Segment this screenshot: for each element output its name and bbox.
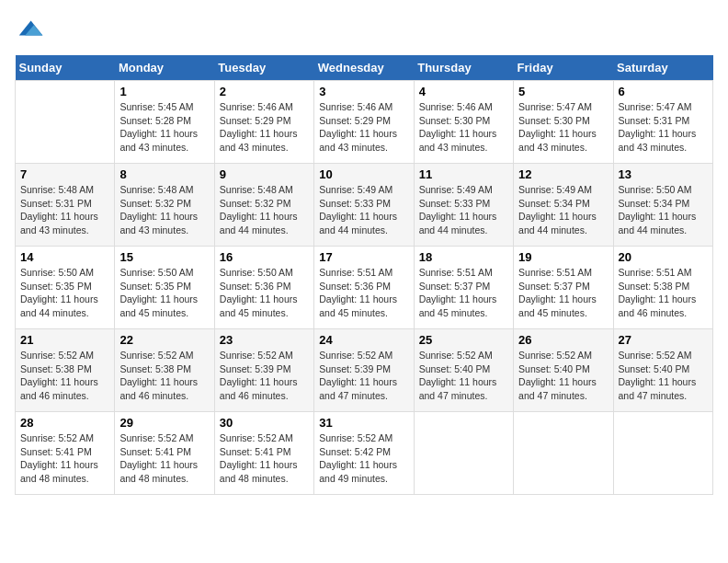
- day-number: 22: [119, 333, 209, 347]
- week-row-5: 28Sunrise: 5:52 AM Sunset: 5:41 PM Dayli…: [16, 412, 713, 495]
- day-number: 15: [119, 250, 209, 264]
- day-cell: 22Sunrise: 5:52 AM Sunset: 5:38 PM Dayli…: [115, 329, 214, 412]
- day-cell: 23Sunrise: 5:52 AM Sunset: 5:39 PM Dayli…: [214, 329, 313, 412]
- day-number: 25: [419, 333, 508, 347]
- day-cell: 18Sunrise: 5:51 AM Sunset: 5:37 PM Dayli…: [414, 247, 513, 329]
- day-info: Sunrise: 5:51 AM Sunset: 5:37 PM Dayligh…: [518, 266, 608, 320]
- day-cell: 31Sunrise: 5:52 AM Sunset: 5:42 PM Dayli…: [314, 412, 414, 495]
- day-cell: 17Sunrise: 5:51 AM Sunset: 5:36 PM Dayli…: [314, 247, 414, 329]
- header-cell-saturday: Saturday: [613, 55, 712, 81]
- day-cell: 29Sunrise: 5:52 AM Sunset: 5:41 PM Dayli…: [115, 412, 214, 495]
- header-cell-tuesday: Tuesday: [214, 55, 313, 81]
- header-cell-thursday: Thursday: [414, 55, 513, 81]
- day-info: Sunrise: 5:52 AM Sunset: 5:38 PM Dayligh…: [119, 349, 209, 403]
- day-number: 1: [119, 85, 209, 98]
- day-number: 30: [220, 416, 309, 430]
- header-row: SundayMondayTuesdayWednesdayThursdayFrid…: [16, 55, 713, 81]
- day-cell: 26Sunrise: 5:52 AM Sunset: 5:40 PM Dayli…: [514, 329, 613, 412]
- day-cell: 13Sunrise: 5:50 AM Sunset: 5:34 PM Dayli…: [613, 164, 712, 247]
- day-info: Sunrise: 5:51 AM Sunset: 5:38 PM Dayligh…: [619, 266, 708, 320]
- day-number: 4: [419, 85, 508, 98]
- logo: [15, 15, 48, 44]
- day-info: Sunrise: 5:48 AM Sunset: 5:32 PM Dayligh…: [220, 183, 309, 237]
- day-cell: 30Sunrise: 5:52 AM Sunset: 5:41 PM Dayli…: [214, 412, 313, 495]
- day-info: Sunrise: 5:52 AM Sunset: 5:40 PM Dayligh…: [419, 349, 508, 403]
- day-info: Sunrise: 5:48 AM Sunset: 5:32 PM Dayligh…: [119, 183, 209, 237]
- day-cell: 6Sunrise: 5:47 AM Sunset: 5:31 PM Daylig…: [613, 81, 712, 164]
- day-info: Sunrise: 5:51 AM Sunset: 5:36 PM Dayligh…: [319, 266, 408, 320]
- day-info: Sunrise: 5:50 AM Sunset: 5:35 PM Dayligh…: [119, 266, 209, 320]
- day-info: Sunrise: 5:49 AM Sunset: 5:34 PM Dayligh…: [518, 183, 608, 237]
- day-cell: 10Sunrise: 5:49 AM Sunset: 5:33 PM Dayli…: [314, 164, 414, 247]
- day-info: Sunrise: 5:48 AM Sunset: 5:31 PM Dayligh…: [20, 183, 109, 237]
- day-info: Sunrise: 5:51 AM Sunset: 5:37 PM Dayligh…: [419, 266, 508, 320]
- calendar-table: SundayMondayTuesdayWednesdayThursdayFrid…: [15, 55, 713, 495]
- day-number: 11: [419, 167, 508, 181]
- day-number: 5: [518, 85, 608, 98]
- day-number: 7: [20, 167, 109, 181]
- day-cell: 28Sunrise: 5:52 AM Sunset: 5:41 PM Dayli…: [16, 412, 115, 495]
- day-number: 20: [619, 250, 708, 264]
- day-info: Sunrise: 5:49 AM Sunset: 5:33 PM Dayligh…: [419, 183, 508, 237]
- day-info: Sunrise: 5:47 AM Sunset: 5:30 PM Dayligh…: [518, 100, 608, 155]
- day-cell: 12Sunrise: 5:49 AM Sunset: 5:34 PM Dayli…: [514, 164, 613, 247]
- day-info: Sunrise: 5:49 AM Sunset: 5:33 PM Dayligh…: [319, 183, 408, 237]
- day-number: 2: [220, 85, 309, 98]
- day-number: 14: [20, 250, 109, 264]
- day-number: 26: [518, 333, 608, 347]
- day-cell: 20Sunrise: 5:51 AM Sunset: 5:38 PM Dayli…: [613, 247, 712, 329]
- day-info: Sunrise: 5:52 AM Sunset: 5:39 PM Dayligh…: [319, 349, 408, 403]
- day-number: 17: [319, 250, 408, 264]
- day-number: 27: [619, 333, 708, 347]
- day-number: 18: [419, 250, 508, 264]
- day-cell: 21Sunrise: 5:52 AM Sunset: 5:38 PM Dayli…: [16, 329, 115, 412]
- day-number: 24: [319, 333, 408, 347]
- day-number: 21: [20, 333, 109, 347]
- day-cell: [16, 81, 115, 164]
- day-cell: 24Sunrise: 5:52 AM Sunset: 5:39 PM Dayli…: [314, 329, 414, 412]
- day-number: 19: [518, 250, 608, 264]
- logo-icon: [15, 15, 44, 44]
- day-number: 23: [220, 333, 309, 347]
- day-number: 3: [319, 85, 408, 98]
- day-cell: 25Sunrise: 5:52 AM Sunset: 5:40 PM Dayli…: [414, 329, 513, 412]
- day-cell: 14Sunrise: 5:50 AM Sunset: 5:35 PM Dayli…: [16, 247, 115, 329]
- day-cell: [613, 412, 712, 495]
- day-number: 29: [119, 416, 209, 430]
- day-info: Sunrise: 5:52 AM Sunset: 5:40 PM Dayligh…: [518, 349, 608, 403]
- day-cell: 4Sunrise: 5:46 AM Sunset: 5:30 PM Daylig…: [414, 81, 513, 164]
- day-cell: 5Sunrise: 5:47 AM Sunset: 5:30 PM Daylig…: [514, 81, 613, 164]
- day-number: 31: [319, 416, 408, 430]
- day-info: Sunrise: 5:50 AM Sunset: 5:36 PM Dayligh…: [220, 266, 309, 320]
- day-cell: 9Sunrise: 5:48 AM Sunset: 5:32 PM Daylig…: [214, 164, 313, 247]
- day-cell: 7Sunrise: 5:48 AM Sunset: 5:31 PM Daylig…: [16, 164, 115, 247]
- day-cell: 2Sunrise: 5:46 AM Sunset: 5:29 PM Daylig…: [214, 81, 313, 164]
- day-number: 12: [518, 167, 608, 181]
- day-info: Sunrise: 5:52 AM Sunset: 5:42 PM Dayligh…: [319, 431, 408, 486]
- week-row-3: 14Sunrise: 5:50 AM Sunset: 5:35 PM Dayli…: [16, 247, 713, 329]
- day-number: 28: [20, 416, 109, 430]
- day-cell: 16Sunrise: 5:50 AM Sunset: 5:36 PM Dayli…: [214, 247, 313, 329]
- day-cell: 11Sunrise: 5:49 AM Sunset: 5:33 PM Dayli…: [414, 164, 513, 247]
- day-number: 8: [119, 167, 209, 181]
- day-info: Sunrise: 5:52 AM Sunset: 5:39 PM Dayligh…: [220, 349, 309, 403]
- day-info: Sunrise: 5:52 AM Sunset: 5:41 PM Dayligh…: [220, 431, 309, 486]
- day-cell: 27Sunrise: 5:52 AM Sunset: 5:40 PM Dayli…: [613, 329, 712, 412]
- day-info: Sunrise: 5:46 AM Sunset: 5:30 PM Dayligh…: [419, 100, 508, 155]
- day-cell: [514, 412, 613, 495]
- day-info: Sunrise: 5:46 AM Sunset: 5:29 PM Dayligh…: [319, 100, 408, 155]
- day-info: Sunrise: 5:52 AM Sunset: 5:41 PM Dayligh…: [119, 431, 209, 486]
- day-number: 16: [220, 250, 309, 264]
- day-info: Sunrise: 5:52 AM Sunset: 5:41 PM Dayligh…: [20, 431, 109, 486]
- day-cell: 15Sunrise: 5:50 AM Sunset: 5:35 PM Dayli…: [115, 247, 214, 329]
- day-number: 6: [619, 85, 708, 98]
- day-cell: 1Sunrise: 5:45 AM Sunset: 5:28 PM Daylig…: [115, 81, 214, 164]
- day-info: Sunrise: 5:50 AM Sunset: 5:35 PM Dayligh…: [20, 266, 109, 320]
- day-info: Sunrise: 5:47 AM Sunset: 5:31 PM Dayligh…: [619, 100, 708, 155]
- day-cell: 19Sunrise: 5:51 AM Sunset: 5:37 PM Dayli…: [514, 247, 613, 329]
- header-cell-monday: Monday: [115, 55, 214, 81]
- header-cell-sunday: Sunday: [16, 55, 115, 81]
- day-number: 10: [319, 167, 408, 181]
- day-info: Sunrise: 5:52 AM Sunset: 5:38 PM Dayligh…: [20, 349, 109, 403]
- day-info: Sunrise: 5:46 AM Sunset: 5:29 PM Dayligh…: [220, 100, 309, 155]
